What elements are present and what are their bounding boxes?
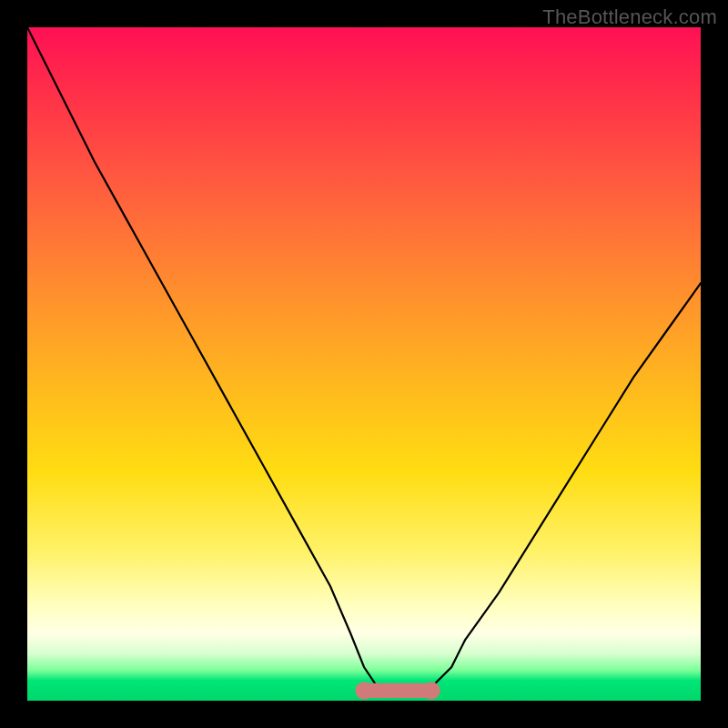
- bottleneck-curve-line: [27, 27, 701, 694]
- watermark-text: TheBottleneck.com: [542, 5, 717, 29]
- trough-knob-left: [355, 682, 372, 699]
- chart-plot-area: [27, 27, 701, 701]
- chart-svg: [27, 27, 701, 701]
- trough-knob-right: [422, 682, 440, 699]
- chart-frame: TheBottleneck.com: [0, 0, 728, 728]
